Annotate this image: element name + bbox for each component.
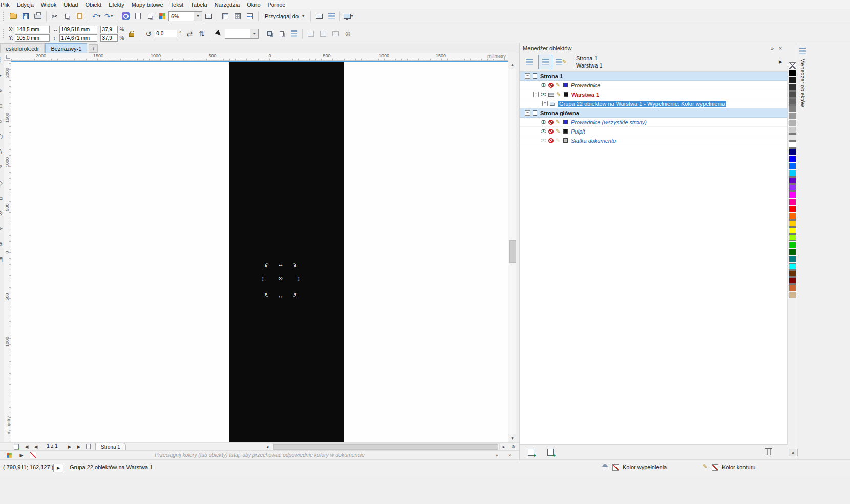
export-button[interactable] <box>144 10 156 23</box>
toolbox-tool-icon[interactable]: ⬡ <box>0 129 4 145</box>
scale-y-input[interactable] <box>100 34 118 42</box>
palette-color-swatch[interactable] <box>789 98 796 105</box>
editable-pencil-icon[interactable]: ✎ <box>556 91 562 98</box>
previous-page-button[interactable]: ◀ <box>32 443 40 450</box>
tree-row-3[interactable]: +Grupa 22 obiektów na Warstwa 1 - Wypełn… <box>520 99 787 108</box>
guidelines-toggle-button[interactable] <box>244 10 256 23</box>
menu-item-10[interactable]: Okno <box>243 1 264 8</box>
paste-button[interactable] <box>73 10 86 23</box>
menu-item-1[interactable]: Edycja <box>13 1 37 8</box>
toolbox-tool-icon[interactable]: ▸ <box>0 68 4 83</box>
palette-color-swatch[interactable] <box>789 163 796 169</box>
palette-scroll-up-button[interactable]: ◂ <box>789 449 796 456</box>
layer-color-swatch[interactable] <box>563 129 568 134</box>
horizontal-scroll-track[interactable] <box>272 443 500 451</box>
display-preview-dropdown[interactable]: ▾ <box>342 10 354 23</box>
palette-color-swatch[interactable] <box>789 141 796 148</box>
scroll-up-button[interactable]: ▴ <box>508 61 516 69</box>
ungroup-button[interactable] <box>275 28 288 40</box>
tree-row-5[interactable]: ✎Prowadnice (wszystkie strony) <box>520 118 787 127</box>
object-manager-tab-icon[interactable] <box>799 48 850 55</box>
object-width-input[interactable] <box>59 26 97 33</box>
new-layer-button[interactable] <box>524 445 538 459</box>
editable-pencil-icon[interactable]: ✎ <box>556 128 561 135</box>
vertical-ruler[interactable]: milimetry 20001500100050005001000 <box>4 61 11 442</box>
grid-toggle-button[interactable] <box>231 10 244 23</box>
palette-color-swatch[interactable] <box>789 91 796 98</box>
mirror-horizontal-button[interactable]: ⇄ <box>183 28 196 40</box>
application-launcher-button[interactable] <box>156 10 168 23</box>
outline-width-select[interactable]: ▾ <box>225 29 259 39</box>
display-dropdown-arrow[interactable]: ▾ <box>351 14 353 18</box>
rotation-angle-input[interactable] <box>155 30 177 37</box>
tree-item-label[interactable]: Strona 1 <box>539 73 564 79</box>
palette-color-swatch[interactable] <box>789 191 796 198</box>
toolbox-tool-icon[interactable]: A <box>0 145 4 160</box>
welcome-screen-button[interactable] <box>325 10 337 23</box>
palette-color-swatch[interactable] <box>789 134 796 141</box>
expander-icon[interactable]: + <box>542 101 548 106</box>
save-button[interactable] <box>19 10 32 23</box>
docker-collapse-button[interactable]: » <box>768 45 776 52</box>
palette-color-swatch[interactable] <box>789 292 796 298</box>
edit-across-layers-button[interactable] <box>538 55 552 69</box>
zoom-tool-button[interactable]: ⊕ <box>509 443 517 450</box>
toolbox-tool-icon[interactable]: ⊙ <box>0 206 4 222</box>
snap-to-dropdown[interactable]: Przyciągaj do ▾ <box>261 10 308 23</box>
palette-no-color-swatch[interactable] <box>789 62 796 69</box>
y-position-input[interactable] <box>15 34 50 42</box>
object-height-input[interactable] <box>59 34 97 42</box>
object-manager-tab-label[interactable]: Menedżer obiektów <box>800 58 806 107</box>
search-content-button[interactable] <box>119 10 132 23</box>
palette-color-swatch[interactable] <box>789 77 796 83</box>
open-button[interactable] <box>7 10 19 23</box>
cut-button[interactable]: ✂ <box>49 10 61 23</box>
horizontal-ruler[interactable]: milimetry 200015001000500050010001500 <box>11 53 508 61</box>
tree-item-label[interactable]: Grupa 22 obiektów na Warstwa 1 - Wypełni… <box>558 101 726 107</box>
layer-color-swatch[interactable] <box>563 120 568 124</box>
menu-item-9[interactable]: Narzędzia <box>211 1 244 8</box>
show-object-properties-button[interactable] <box>522 55 536 69</box>
tree-row-2[interactable]: −✎Warstwa 1 <box>520 90 787 99</box>
palette-color-swatch[interactable] <box>789 113 796 119</box>
visibility-eye-icon[interactable] <box>541 93 546 96</box>
print-disabled-icon[interactable] <box>548 138 554 143</box>
print-disabled-icon[interactable] <box>548 129 554 134</box>
palette-color-swatch[interactable] <box>789 249 796 255</box>
weld-button[interactable] <box>317 28 329 40</box>
palette-color-swatch[interactable] <box>789 184 796 191</box>
toolbox-tool-icon[interactable]: ◇ <box>0 176 4 191</box>
group-button[interactable] <box>263 28 275 40</box>
copy-button[interactable] <box>61 10 73 23</box>
tree-row-4[interactable]: −Strona główna <box>520 108 787 118</box>
add-page-button[interactable] <box>12 443 20 450</box>
last-page-button[interactable]: ▶ <box>75 443 83 450</box>
tree-row-6[interactable]: ✎Pulpit <box>520 127 787 136</box>
document-tab-beznazwy[interactable]: Beznazwy-1 <box>45 43 87 53</box>
toolbox-tool-icon[interactable]: ⋮ <box>0 53 4 68</box>
new-document-tab-button[interactable]: + <box>89 44 98 53</box>
page-tab-strona-1[interactable]: Strona 1 <box>95 443 126 451</box>
tree-row-0[interactable]: −Strona 1 <box>520 72 787 81</box>
import-button[interactable] <box>132 10 144 23</box>
zoom-dropdown-arrow[interactable]: ▾ <box>194 12 202 21</box>
menu-item-7[interactable]: Tekst <box>167 1 187 8</box>
print-disabled-icon[interactable] <box>548 120 554 125</box>
visibility-eye-icon[interactable] <box>541 129 546 133</box>
canvas-vertical-scrollbar[interactable]: ▴ ▾ <box>508 61 516 442</box>
tree-item-label[interactable]: Pulpit <box>570 128 586 135</box>
layer-manager-view-button[interactable]: ✎ <box>555 55 569 69</box>
toolbox-tool-icon[interactable]: □ <box>0 99 4 114</box>
status-flyout-button[interactable]: ▶ <box>53 464 63 472</box>
toolbox-tool-icon[interactable]: ▭ <box>0 191 4 206</box>
tree-row-1[interactable]: ✎Prowadnice <box>520 81 787 90</box>
toolbox-tool-icon[interactable]: ○ <box>0 114 4 129</box>
x-position-input[interactable] <box>15 26 50 33</box>
scroll-right-button[interactable]: ▸ <box>500 443 508 450</box>
palette-color-swatch[interactable] <box>789 284 796 291</box>
print-button[interactable] <box>32 10 44 23</box>
fullscreen-preview-button[interactable] <box>202 10 215 23</box>
editable-pencil-off-icon[interactable]: ✎ <box>556 137 561 144</box>
tree-item-label[interactable]: Siatka dokumentu <box>570 138 617 144</box>
palette-color-swatch[interactable] <box>789 170 796 177</box>
